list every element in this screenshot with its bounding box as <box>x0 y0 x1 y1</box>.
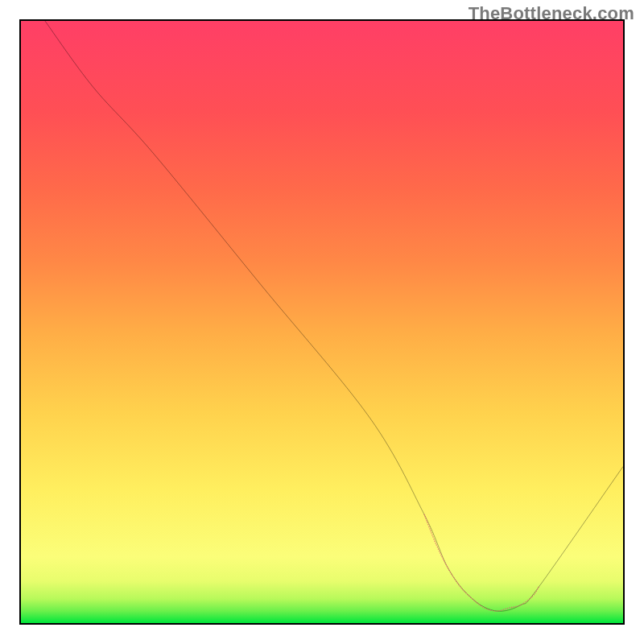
heat-gradient-bg <box>21 21 623 623</box>
watermark-label: TheBottleneck.com <box>469 3 634 24</box>
plot-area <box>19 19 625 625</box>
chart-frame: TheBottleneck.com <box>0 0 644 644</box>
